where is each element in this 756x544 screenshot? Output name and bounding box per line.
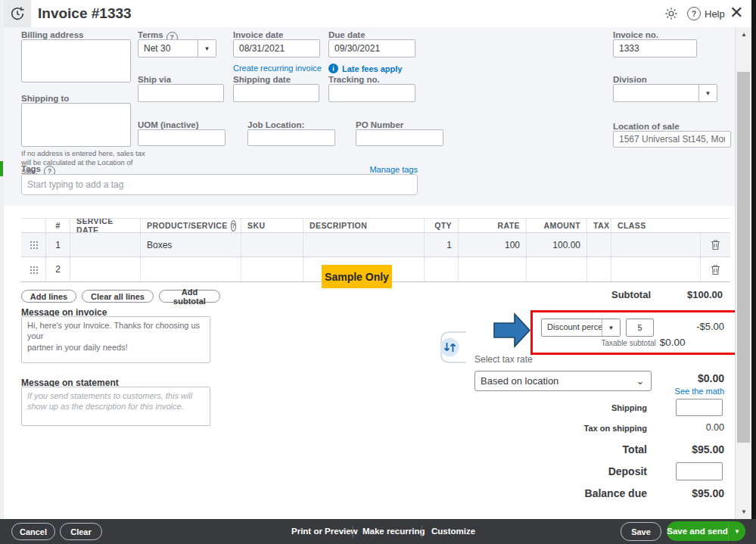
chevron-down-icon[interactable]: ▼ — [728, 521, 745, 541]
location-of-sale-field[interactable] — [613, 131, 731, 148]
delete-row-icon[interactable] — [700, 233, 730, 256]
cell-tax[interactable] — [586, 233, 611, 256]
division-select[interactable]: ▼ — [613, 84, 717, 102]
cell-product[interactable]: Boxes — [140, 233, 241, 256]
cell-class[interactable] — [611, 257, 700, 281]
shipping-date-field[interactable] — [233, 84, 319, 102]
see-the-math-link[interactable]: See the math — [649, 387, 724, 396]
cell-sku[interactable] — [241, 257, 303, 281]
save-and-send-label: Save and send — [667, 527, 728, 536]
message-on-invoice-field[interactable]: Hi, here's your Invoice. Thanks for choo… — [21, 316, 210, 363]
cell-tax[interactable] — [586, 257, 611, 281]
col-amount: AMOUNT — [526, 219, 586, 232]
select-tax-rate-label: Select tax rate — [474, 354, 533, 365]
footer-divider — [422, 526, 422, 538]
taxable-subtotal-value: $0.00 — [660, 337, 686, 348]
print-or-preview-button[interactable]: Print or Preview — [291, 527, 358, 536]
chevron-down-icon[interactable]: ▼ — [198, 40, 216, 57]
billing-address-field[interactable] — [21, 39, 131, 82]
po-number-label: PO Number — [356, 120, 403, 129]
save-button[interactable]: Save — [621, 522, 661, 541]
total-value: $95.00 — [649, 443, 724, 455]
create-recurring-link[interactable]: Create recurring invoice — [233, 64, 322, 73]
cell-qty[interactable] — [424, 257, 458, 281]
cancel-button[interactable]: Cancel — [11, 523, 55, 540]
subtotal-label: Subtotal — [575, 289, 651, 300]
col-num: # — [45, 219, 70, 232]
manage-tags-link[interactable]: Manage tags — [342, 165, 418, 174]
subtotal-value: $100.00 — [647, 289, 723, 300]
make-recurring-button[interactable]: Make recurring — [362, 527, 425, 536]
cell-description[interactable] — [303, 233, 424, 256]
product-service-help-icon[interactable]: ? — [231, 220, 237, 232]
scrollbar-thumb[interactable] — [737, 72, 750, 443]
background-right-edge — [751, 0, 756, 544]
cell-amount[interactable] — [526, 257, 586, 281]
division-label: Division — [613, 75, 647, 84]
add-lines-button[interactable]: Add lines — [21, 290, 76, 303]
job-location-field[interactable] — [247, 129, 335, 146]
shipping-input[interactable] — [676, 399, 723, 416]
annotation-arrow-icon — [493, 312, 531, 348]
tracking-no-field[interactable] — [328, 84, 415, 102]
late-fees-notice: i Late fees apply — [328, 64, 402, 73]
swap-discount-tax-icon[interactable] — [436, 330, 469, 365]
add-subtotal-button[interactable]: Add subtotal — [159, 290, 220, 303]
col-class: CLASS — [611, 219, 700, 232]
tracking-no-label: Tracking no. — [328, 75, 380, 84]
cell-rate[interactable]: 100 — [458, 233, 526, 256]
tax-on-shipping-label: Tax on shipping — [556, 424, 647, 433]
discount-type-select[interactable]: Discount percent ▼ — [541, 319, 621, 337]
due-date-label: Due date — [328, 30, 366, 39]
cell-service-date[interactable] — [70, 257, 140, 281]
discount-type-value: Discount percent — [542, 319, 602, 336]
drag-handle-icon[interactable] — [21, 233, 45, 256]
message-on-statement-field[interactable] — [21, 387, 210, 426]
table-header-row: # SERVICE DATE PRODUCT/SERVICE? SKU DESC… — [21, 218, 730, 233]
save-and-send-button[interactable]: Save and send ▼ — [667, 521, 745, 541]
cell-qty[interactable]: 1 — [424, 233, 458, 256]
gear-icon[interactable] — [664, 6, 679, 21]
tags-input[interactable] — [21, 174, 418, 195]
tax-rate-select[interactable]: Based on location ⌄ — [474, 371, 652, 391]
col-sku: SKU — [241, 219, 303, 232]
discount-percent-input[interactable] — [626, 319, 654, 337]
clear-button[interactable]: Clear — [60, 523, 102, 540]
drag-handle-icon[interactable] — [21, 257, 45, 281]
vertical-scrollbar[interactable]: ▲ ▼ — [735, 27, 751, 519]
delete-row-icon[interactable] — [700, 257, 730, 281]
scroll-down-icon[interactable]: ▼ — [736, 508, 752, 515]
uom-label: UOM (inactive) — [138, 120, 199, 129]
footer-divider — [353, 526, 353, 538]
chevron-down-icon[interactable]: ▼ — [602, 319, 620, 336]
deposit-input[interactable] — [676, 462, 723, 480]
col-actions — [700, 219, 730, 232]
col-service-date: SERVICE DATE — [70, 219, 140, 232]
cell-class[interactable] — [611, 233, 700, 256]
scroll-up-icon[interactable]: ▲ — [736, 31, 752, 38]
due-date-field[interactable] — [328, 39, 415, 58]
cell-sku[interactable] — [241, 233, 303, 256]
customize-button[interactable]: Customize — [431, 527, 475, 536]
invoice-no-field[interactable] — [613, 39, 697, 58]
cell-amount[interactable]: 100.00 — [526, 233, 586, 256]
uom-field[interactable] — [138, 129, 226, 146]
ship-via-field[interactable] — [138, 84, 224, 102]
cell-product[interactable] — [140, 257, 241, 281]
cell-service-date[interactable] — [70, 233, 140, 256]
clear-all-lines-button[interactable]: Clear all lines — [82, 290, 154, 303]
po-number-field[interactable] — [356, 129, 443, 146]
shipping-to-field[interactable] — [21, 103, 131, 147]
chevron-down-icon[interactable]: ▼ — [698, 85, 717, 101]
invoice-no-label: Invoice no. — [613, 30, 658, 39]
terms-select[interactable]: Net 30 ▼ — [138, 39, 216, 58]
cell-rate[interactable] — [458, 257, 526, 281]
billing-address-label: Billing address — [21, 30, 83, 39]
taxable-subtotal-label: Taxable subtotal — [601, 339, 655, 347]
col-qty: QTY — [424, 219, 458, 232]
help-button[interactable]: ? Help — [687, 7, 725, 20]
row-number: 1 — [45, 233, 70, 256]
invoice-date-field[interactable] — [233, 39, 320, 58]
close-icon[interactable]: ✕ — [730, 4, 743, 22]
table-row[interactable]: 1 Boxes 1 100 100.00 — [21, 233, 730, 257]
